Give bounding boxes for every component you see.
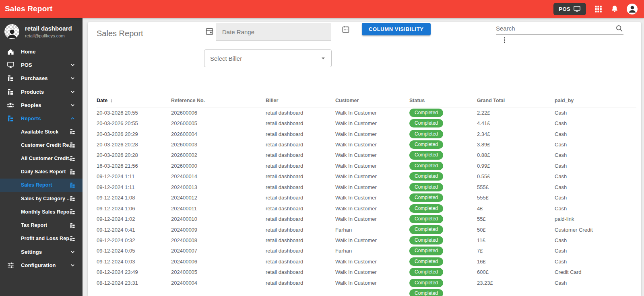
sidebar-item-peoples[interactable]: Peoples	[0, 99, 83, 112]
sidebar-item-configuration[interactable]: Configuration	[0, 259, 83, 272]
cell-total: 7£	[477, 248, 555, 254]
cell-date: 20-03-2026 20:28	[97, 142, 171, 148]
table-row: 20-03-2026 20:29202600004retail dashboar…	[88, 129, 641, 139]
chevron-down-icon	[70, 75, 76, 81]
sidebar-subitem-label: Tax Report	[21, 222, 47, 228]
cell-ref: 202600000	[171, 163, 266, 169]
cell-ref: 202400009	[171, 227, 266, 233]
status-badge: Completed	[409, 257, 443, 266]
cell-biller: retail dashboard	[266, 206, 335, 212]
cell-paid_by: Cash	[555, 248, 641, 254]
sidebar-item-home[interactable]: Home	[0, 45, 83, 58]
notifications-bell-icon[interactable]	[611, 5, 619, 13]
sidebar-item-products[interactable]: Products	[0, 85, 83, 99]
table-row: 09-12-2024 1:06202400011retail dashboard…	[88, 203, 641, 214]
sidebar-subitem-label: Sales by Category ...	[21, 196, 70, 201]
cell-customer: Walk In Customer	[335, 216, 409, 222]
sidebar-subitem-customer-credit-re[interactable]: Customer Credit Re...	[0, 138, 83, 152]
column-header-grand-total[interactable]: Grand Total	[477, 98, 555, 103]
more-options-icon[interactable]	[501, 36, 508, 44]
cell-total: 55£	[477, 216, 555, 222]
sidebar-nav: Home POS Purchases Products Peoples Repo…	[0, 45, 83, 272]
sidebar-subitem-sales-by-category[interactable]: Sales by Category ...	[0, 192, 83, 205]
calendar-icon[interactable]	[205, 27, 214, 35]
cell-ref: 202400014	[171, 173, 266, 179]
sidebar-item-reports[interactable]: Reports	[0, 112, 83, 125]
cell-ref: 202400007	[171, 248, 266, 254]
status-badge: Completed	[409, 140, 443, 149]
sidebar-subitem-label: Profit and Loss Rep...	[21, 236, 70, 241]
cell-biller: retail dashboard	[266, 195, 335, 201]
cell-paid_by: Cash	[555, 184, 641, 190]
column-header-reference-no[interactable]: Reference No.	[171, 98, 266, 103]
cell-date: 09-12-2024 1:02	[97, 216, 171, 222]
profile-email: retail@pullkeys.com	[25, 33, 72, 38]
cell-total: 16£	[477, 259, 555, 265]
sidebar-item-label: Configuration	[21, 262, 56, 268]
sidebar-item-settings[interactable]: Settings	[0, 245, 83, 259]
status-badge: Completed	[409, 193, 443, 202]
cell-customer: Walk In Customer	[335, 206, 409, 212]
apps-grid-icon[interactable]	[594, 5, 603, 13]
cell-date: 09-12-2024 0:05	[97, 248, 171, 254]
cell-date: 09-12-2024 1:08	[97, 195, 171, 201]
cell-ref: 202400008	[171, 237, 266, 243]
sidebar-subitem-tax-report[interactable]: Tax Report	[0, 218, 83, 232]
sidebar-subitem-available-stock[interactable]: Available Stock	[0, 125, 83, 138]
status-badge: Completed	[409, 183, 443, 191]
cell-date: 20-03-2026 20:29	[97, 131, 171, 137]
column-header-status[interactable]: Status	[409, 98, 477, 103]
pos-button[interactable]: POS	[553, 3, 586, 15]
select-biller-dropdown[interactable]: Select Biller	[204, 49, 332, 67]
search-icon[interactable]	[615, 24, 623, 33]
cell-total: 2.22£	[477, 110, 555, 116]
search-field	[496, 23, 623, 35]
sidebar-subitem-profit-and-loss-rep[interactable]: Profit and Loss Rep...	[0, 232, 83, 245]
tree-icon	[70, 236, 76, 242]
sidebar-item-purchases[interactable]: Purchases	[0, 72, 83, 85]
cell-ref: 202600002	[171, 152, 266, 158]
cell-biller: retail dashboard	[266, 237, 335, 243]
cell-customer: Walk In Customer	[335, 237, 409, 243]
column-visibility-button[interactable]: COLUMN VISIBILITY	[362, 23, 431, 35]
column-header-date[interactable]: Date ↓	[97, 97, 171, 103]
app-header: Sales Report POS	[0, 0, 644, 18]
cell-customer: Walk In Customer	[335, 110, 409, 116]
sidebar-subitem-all-customer-credit[interactable]: All Customer Credit...	[0, 152, 83, 165]
sidebar-subitem-monthly-sales-report[interactable]: Monthly Sales Report	[0, 205, 83, 218]
status-badge: Completed	[409, 130, 443, 138]
search-input[interactable]	[496, 23, 613, 34]
sidebar-subitem-daily-sales-report[interactable]: Daily Sales Report	[0, 165, 83, 179]
profile-avatar[interactable]	[4, 24, 19, 39]
table-row: 09-12-2024 0:41202400009retail dashboard…	[88, 224, 641, 235]
cell-biller: retail dashboard	[266, 131, 335, 137]
cell-biller: retail dashboard	[266, 142, 335, 148]
cell-customer: Walk In Customer	[335, 163, 409, 169]
calendar-range-icon[interactable]	[342, 25, 350, 33]
cell-biller: retail dashboard	[266, 269, 335, 275]
cell-customer: Walk In Customer	[335, 142, 409, 148]
sidebar-item-label: Settings	[21, 249, 42, 255]
date-range-input[interactable]	[216, 23, 331, 41]
cell-biller: retail dashboard	[266, 259, 335, 265]
cell-paid_by: Cash	[555, 152, 641, 158]
column-header-biller[interactable]: Biller	[266, 98, 335, 103]
chevron-down-icon	[70, 89, 76, 95]
sidebar-subitem-sales-report[interactable]: Sales Report	[0, 179, 83, 192]
table-row: 16-03-2026 21:56202600000retail dashboar…	[88, 160, 641, 171]
column-header-paid-by[interactable]: paid_by	[555, 98, 641, 103]
cell-date: 08-12-2024 23:31	[97, 280, 171, 286]
sidebar: retail dashboard retail@pullkeys.com Hom…	[0, 18, 83, 296]
cell-date: 16-03-2026 21:56	[97, 163, 171, 169]
tune-icon	[6, 261, 15, 269]
cell-total: 11£	[477, 237, 555, 243]
cell-total: 0.55£	[477, 173, 555, 179]
status-badge: Completed	[409, 268, 443, 276]
tree-icon	[70, 156, 76, 162]
table-row: 09-12-2024 1:11202400013retail dashboard…	[88, 182, 641, 192]
select-biller-label: Select Biller	[210, 55, 242, 62]
user-avatar[interactable]	[627, 4, 638, 14]
cell-ref: 202400004	[171, 280, 266, 286]
sidebar-item-pos[interactable]: POS	[0, 58, 83, 72]
column-header-customer[interactable]: Customer	[335, 98, 409, 103]
